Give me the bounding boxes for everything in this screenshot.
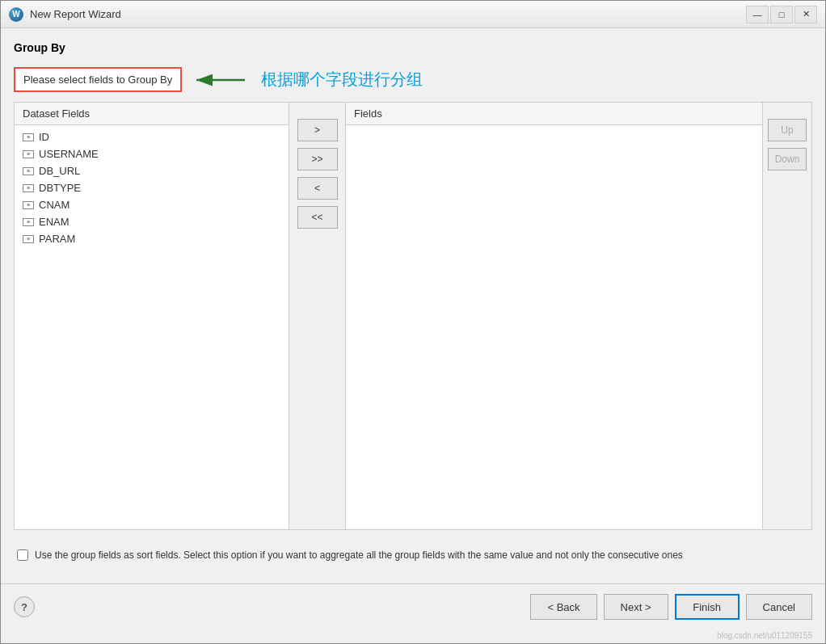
footer-right: < Back Next > Finish Cancel xyxy=(530,594,812,620)
add-all-button[interactable]: >> xyxy=(297,148,338,170)
main-panel: Dataset Fields ≡ ID ≡ USERNAME ≡ DB_URL xyxy=(14,102,812,530)
window-title: New Report Wizard xyxy=(30,8,740,20)
cancel-button[interactable]: Cancel xyxy=(746,594,812,620)
annotation-arrow xyxy=(188,68,253,92)
list-item[interactable]: ≡ CNAM xyxy=(18,196,285,213)
maximize-button[interactable]: □ xyxy=(770,6,793,23)
field-label: ENAM xyxy=(39,216,70,228)
list-item[interactable]: ≡ ID xyxy=(18,128,285,145)
footer-left: ? xyxy=(14,596,35,617)
minimize-button[interactable]: — xyxy=(746,6,769,23)
field-icon: ≡ xyxy=(23,218,34,226)
field-icon: ≡ xyxy=(23,184,34,192)
dataset-panel-header: Dataset Fields xyxy=(15,103,289,125)
chinese-annotation: 根据哪个字段进行分组 xyxy=(261,69,423,90)
fields-panel-header: Fields xyxy=(346,103,762,125)
footer: ? < Back Next > Finish Cancel xyxy=(1,583,825,629)
instruction-box: Please select fields to Group By xyxy=(14,67,182,92)
field-icon: ≡ xyxy=(23,201,34,209)
field-icon: ≡ xyxy=(23,167,34,175)
field-icon: ≡ xyxy=(23,133,34,141)
main-content: Group By Please select fields to Group B… xyxy=(1,28,825,583)
remove-all-button[interactable]: << xyxy=(297,206,338,229)
list-item[interactable]: ≡ PARAM xyxy=(18,230,285,247)
arrow-container xyxy=(188,68,253,92)
field-icon: ≡ xyxy=(23,150,34,158)
close-button[interactable]: ✕ xyxy=(794,6,817,23)
instruction-text: Please select fields to Group By xyxy=(23,74,172,86)
finish-button[interactable]: Finish xyxy=(675,594,740,620)
up-button[interactable]: Up xyxy=(768,119,807,141)
list-item[interactable]: ≡ DBTYPE xyxy=(18,179,285,196)
help-button[interactable]: ? xyxy=(14,596,35,617)
dataset-fields-list: ≡ ID ≡ USERNAME ≡ DB_URL ≡ DBTYPE xyxy=(15,125,289,529)
title-bar: W New Report Wizard — □ ✕ xyxy=(1,1,825,28)
field-label: PARAM xyxy=(39,233,75,245)
field-label: USERNAME xyxy=(39,148,99,160)
list-item[interactable]: ≡ USERNAME xyxy=(18,145,285,162)
app-icon: W xyxy=(9,7,23,22)
field-label: DB_URL xyxy=(39,165,80,177)
instruction-area: Please select fields to Group By 根据哪个字段进… xyxy=(14,67,812,92)
sort-checkbox[interactable] xyxy=(17,549,28,561)
remove-one-button[interactable]: < xyxy=(297,177,338,200)
section-header: Group By xyxy=(14,41,812,54)
field-label: DBTYPE xyxy=(39,182,81,194)
list-item[interactable]: ≡ ENAM xyxy=(18,213,285,230)
transfer-buttons-panel: > >> < << xyxy=(289,103,346,529)
dataset-panel: Dataset Fields ≡ ID ≡ USERNAME ≡ DB_URL xyxy=(15,103,289,529)
sort-checkbox-label: Use the group fields as sort fields. Sel… xyxy=(35,548,683,562)
window-controls: — □ ✕ xyxy=(746,6,817,23)
field-label: ID xyxy=(39,131,49,143)
wizard-window: W New Report Wizard — □ ✕ Group By Pleas… xyxy=(0,0,826,644)
next-button[interactable]: Next > xyxy=(604,594,668,620)
list-item[interactable]: ≡ DB_URL xyxy=(18,162,285,179)
field-icon: ≡ xyxy=(23,235,34,243)
add-one-button[interactable]: > xyxy=(297,119,338,141)
updown-panel: Up Down xyxy=(763,103,811,529)
field-label: CNAM xyxy=(39,199,70,211)
back-button[interactable]: < Back xyxy=(530,594,596,620)
down-button[interactable]: Down xyxy=(768,148,807,170)
sort-checkbox-row: Use the group fields as sort fields. Sel… xyxy=(14,540,812,570)
selected-fields-list[interactable] xyxy=(346,125,762,529)
watermark: blog.csdn.net/u011209155 xyxy=(1,629,825,643)
fields-panel: Fields xyxy=(346,103,763,529)
